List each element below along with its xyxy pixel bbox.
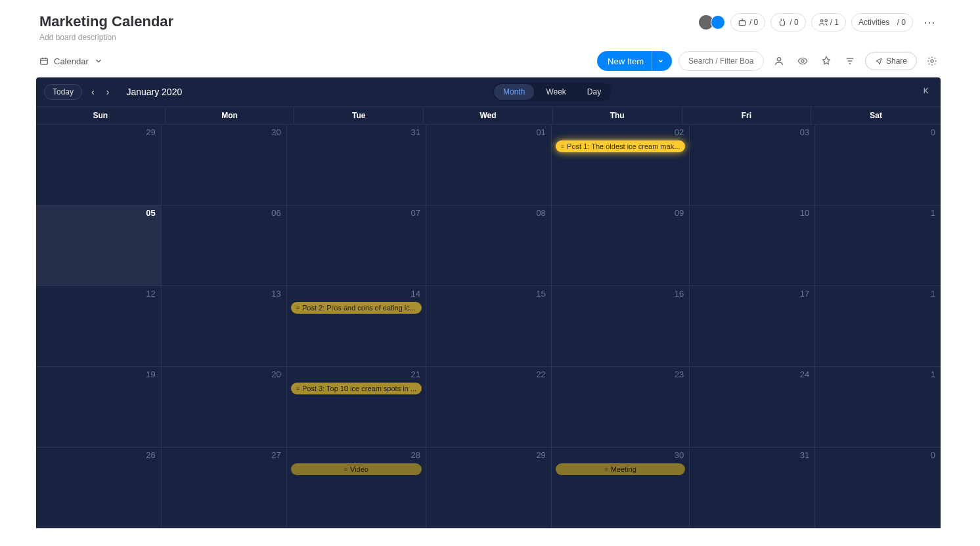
view-switcher[interactable]: Calendar [39, 56, 103, 66]
automations-button[interactable]: / 0 [730, 13, 765, 32]
cell-date: 02 [675, 127, 684, 137]
chevron-down-icon[interactable] [652, 51, 672, 71]
cell-date: 23 [675, 369, 684, 379]
pin-button[interactable] [818, 52, 835, 70]
cell-date: 16 [675, 289, 684, 299]
day-header: Sun [36, 107, 166, 124]
cell-date: 28 [411, 450, 420, 460]
avatar-group[interactable] [702, 15, 725, 30]
calendar-cell[interactable]: 22 [426, 367, 552, 448]
avatar [711, 15, 725, 30]
share-button[interactable]: Share [865, 52, 917, 70]
next-month-button[interactable]: › [104, 87, 112, 97]
collapse-sidebar-button[interactable] [922, 85, 933, 98]
svg-point-3 [777, 58, 780, 61]
calendar-cell[interactable]: 30≡Meeting [552, 448, 690, 528]
cell-date: 29 [536, 450, 545, 460]
calendar-cell[interactable]: 06 [162, 205, 287, 286]
calendar-cell[interactable]: 27 [162, 448, 287, 528]
calendar-cell[interactable]: 12 [36, 286, 162, 367]
calendar-cell[interactable]: 10 [690, 205, 815, 286]
calendar-icon [39, 56, 49, 66]
calendar-cell[interactable]: 16 [552, 286, 690, 367]
board-title[interactable]: Marketing Calendar [39, 13, 173, 30]
svg-rect-2 [41, 58, 48, 64]
search-input[interactable] [679, 51, 764, 71]
prev-month-button[interactable]: ‹ [89, 87, 97, 97]
cell-date: 10 [800, 208, 809, 218]
eye-button[interactable] [794, 52, 811, 70]
cell-date: 24 [800, 369, 809, 379]
calendar-cell[interactable]: 29 [36, 125, 162, 205]
more-options-button[interactable]: ⋯ [918, 15, 941, 30]
svg-rect-0 [739, 21, 745, 26]
calendar-cell[interactable]: 08 [426, 205, 552, 286]
calendar-cell[interactable]: 1 [815, 367, 941, 448]
range-day-button[interactable]: Day [578, 84, 610, 100]
calendar-cell[interactable]: 03 [690, 125, 815, 205]
range-month-button[interactable]: Month [494, 84, 534, 100]
cell-date: 0 [931, 127, 935, 137]
cell-date: 05 [146, 208, 155, 218]
event-icon: ≡ [296, 304, 300, 311]
calendar-cell[interactable]: 19 [36, 367, 162, 448]
today-button[interactable]: Today [44, 84, 82, 100]
event-title: Post 1: The oldest ice cream mak... [567, 142, 680, 150]
calendar-cell[interactable]: 30 [162, 125, 287, 205]
calendar-event[interactable]: ≡Post 3: Top 10 ice cream spots in ... [291, 383, 422, 394]
cell-date: 08 [536, 208, 545, 218]
calendar-cell[interactable]: 26 [36, 448, 162, 528]
calendar-cell[interactable]: 23 [552, 367, 690, 448]
calendar-cell[interactable]: 28≡Video [287, 448, 426, 528]
calendar-cell[interactable]: 17 [690, 286, 815, 367]
day-header: Wed [424, 107, 553, 124]
calendar-cell[interactable]: 20 [162, 367, 287, 448]
calendar-cell[interactable]: 24 [690, 367, 815, 448]
people-icon [818, 18, 828, 27]
calendar-cell[interactable]: 05 [36, 205, 162, 286]
event-icon: ≡ [296, 385, 300, 392]
calendar-cell[interactable]: 07 [287, 205, 426, 286]
calendar-event[interactable]: ≡Post 2: Pros and cons of eating ic... [291, 302, 422, 314]
cell-date: 15 [536, 289, 545, 299]
calendar-cell[interactable]: 0 [815, 125, 941, 205]
calendar-cell[interactable]: 09 [552, 205, 690, 286]
cell-date: 14 [411, 289, 420, 299]
calendar-cell[interactable]: 13 [162, 286, 287, 367]
calendar-event[interactable]: ≡Video [291, 463, 422, 475]
calendar-cell[interactable]: 02≡Post 1: The oldest ice cream mak... [552, 125, 690, 205]
plug-icon [778, 18, 787, 27]
cell-date: 06 [271, 208, 280, 218]
calendar-cell[interactable]: 29 [426, 448, 552, 528]
day-header: Sat [811, 107, 941, 124]
person-filter-button[interactable] [770, 52, 788, 70]
calendar-cell[interactable]: 21≡Post 3: Top 10 ice cream spots in ... [287, 367, 426, 448]
calendar-event[interactable]: ≡Post 1: The oldest ice cream mak... [556, 140, 685, 152]
calendar-cell[interactable]: 1 [815, 286, 941, 367]
svg-point-4 [801, 60, 804, 62]
cell-date: 1 [931, 289, 935, 299]
integrations-button[interactable]: / 0 [770, 13, 805, 32]
calendar: Today ‹ › January 2020 Month Week Day Su… [36, 77, 941, 528]
filter-button[interactable] [841, 52, 858, 70]
cell-date: 17 [800, 289, 809, 299]
people-button[interactable]: / 1 [811, 13, 846, 32]
calendar-cell[interactable]: 1 [815, 205, 941, 286]
cell-date: 30 [675, 450, 684, 460]
calendar-cell[interactable]: 31 [287, 125, 426, 205]
calendar-cell[interactable]: 0 [815, 448, 941, 528]
calendar-cell[interactable]: 15 [426, 286, 552, 367]
calendar-cell[interactable]: 01 [426, 125, 552, 205]
board-header: Marketing Calendar Add board description… [0, 0, 980, 47]
cell-date: 12 [146, 289, 155, 299]
calendar-event[interactable]: ≡Meeting [556, 463, 685, 475]
board-description-placeholder[interactable]: Add board description [39, 33, 173, 42]
settings-button[interactable] [924, 52, 941, 70]
calendar-cell[interactable]: 14≡Post 2: Pros and cons of eating ic... [287, 286, 426, 367]
cell-date: 09 [675, 208, 684, 218]
calendar-toolbar: Today ‹ › January 2020 Month Week Day [36, 77, 941, 106]
calendar-cell[interactable]: 31 [690, 448, 815, 528]
activities-button[interactable]: Activities / 0 [851, 13, 913, 32]
range-week-button[interactable]: Week [537, 84, 575, 100]
new-item-button[interactable]: New Item [597, 51, 672, 71]
